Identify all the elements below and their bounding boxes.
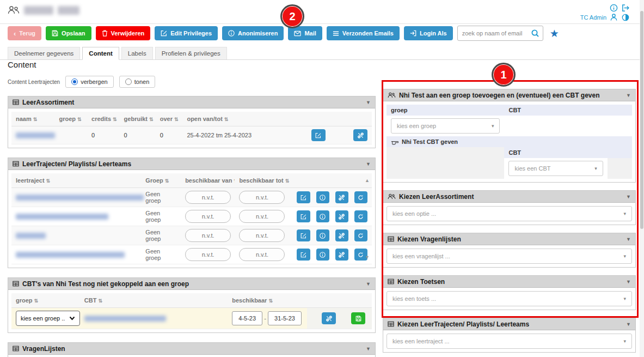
page-scrollbar[interactable] bbox=[640, 0, 644, 357]
collapse-icon[interactable]: ▼ bbox=[366, 281, 371, 287]
scrollbar-thumb[interactable] bbox=[640, 11, 643, 229]
panel-title: LeerTrajecten/ Playlists/ Leerteams bbox=[22, 160, 131, 168]
scroll-down-icon[interactable]: ▼ bbox=[365, 255, 370, 260]
refresh-icon bbox=[358, 214, 364, 220]
user-icon[interactable] bbox=[610, 13, 618, 21]
beschikbaar-tot-input[interactable] bbox=[239, 248, 285, 261]
col-groep[interactable]: Groep⇅ bbox=[141, 173, 181, 188]
unlink-button[interactable] bbox=[322, 312, 336, 324]
edit-button[interactable] bbox=[297, 229, 310, 241]
refresh-button[interactable] bbox=[354, 210, 367, 222]
groep-label: groep bbox=[387, 105, 504, 116]
col-open[interactable]: open van/tot⇅ bbox=[182, 112, 306, 126]
beschikbaar-van-date[interactable] bbox=[232, 311, 262, 325]
beschikbaar-tot-input[interactable] bbox=[239, 191, 285, 204]
save-icon bbox=[355, 316, 361, 322]
search-input[interactable] bbox=[462, 30, 531, 37]
chevron-down-icon: ▾ bbox=[623, 338, 626, 344]
collapse-icon[interactable]: ▼ bbox=[626, 237, 631, 242]
info-icon[interactable] bbox=[610, 4, 618, 12]
beschikbaar-tot-date[interactable] bbox=[268, 311, 302, 325]
collapse-icon[interactable]: ▼ bbox=[366, 100, 371, 105]
panel-vragenlijsten: VragenLijsten ▼ ▲ vragenlijst⇅ groep⇅ co… bbox=[8, 342, 376, 357]
info-circle-icon bbox=[320, 214, 326, 220]
search-icon[interactable] bbox=[531, 29, 539, 38]
delete-button[interactable]: Verwijderen bbox=[96, 26, 151, 40]
info-button[interactable] bbox=[316, 229, 329, 241]
beschikbaar-van-input[interactable] bbox=[185, 229, 231, 242]
collapse-icon[interactable]: ▼ bbox=[626, 279, 631, 285]
edit-button[interactable] bbox=[297, 210, 310, 222]
col-over[interactable]: over⇅ bbox=[156, 112, 183, 126]
info-button[interactable] bbox=[316, 249, 329, 261]
redacted-link[interactable] bbox=[16, 132, 55, 138]
collapse-icon[interactable]: ▼ bbox=[626, 322, 631, 327]
scroll-up-icon[interactable]: ▲ bbox=[365, 178, 370, 183]
save-row-button[interactable] bbox=[351, 312, 365, 324]
col-beschikbaar-van[interactable]: beschikbaar van⇅ bbox=[181, 173, 235, 188]
tab-content[interactable]: Content bbox=[82, 47, 119, 60]
leerassortiment-select[interactable]: kies een optie ... ▾ bbox=[387, 206, 632, 221]
refresh-button[interactable] bbox=[354, 191, 367, 203]
unlink-icon bbox=[339, 233, 345, 239]
col-beschikbaar-tot[interactable]: beschikbaar tot⇅ bbox=[235, 173, 292, 188]
unlink-button[interactable] bbox=[335, 210, 348, 222]
tab-labels[interactable]: Labels bbox=[121, 47, 153, 59]
collapse-icon[interactable]: ▼ bbox=[366, 161, 371, 167]
logout-icon[interactable] bbox=[621, 4, 630, 12]
list-icon bbox=[333, 31, 339, 37]
sent-emails-button[interactable]: Verzonden Emails bbox=[327, 26, 400, 40]
beschikbaar-van-input[interactable] bbox=[185, 248, 231, 261]
beschikbaar-van-input[interactable] bbox=[185, 191, 231, 204]
beschikbaar-tot-input[interactable] bbox=[239, 210, 285, 223]
table-icon bbox=[13, 346, 19, 352]
unlink-button[interactable] bbox=[353, 129, 367, 141]
toets-select[interactable]: kies een toets ... ▾ bbox=[387, 291, 632, 306]
refresh-button[interactable] bbox=[354, 229, 367, 241]
radio-tonen[interactable]: tonen bbox=[119, 76, 156, 88]
col-groep[interactable]: groep⇅ bbox=[11, 293, 80, 308]
save-button[interactable]: Opslaan bbox=[46, 26, 91, 40]
redacted-link[interactable] bbox=[16, 214, 108, 220]
redacted-link[interactable] bbox=[16, 195, 144, 201]
edit-privileges-button[interactable]: Edit Privileges bbox=[155, 26, 218, 40]
cbt-select[interactable]: kies een CBT ▾ bbox=[508, 161, 603, 176]
col-beschikbaar[interactable]: beschikbaar⇅ bbox=[228, 293, 307, 308]
favorite-star-icon[interactable]: ★ bbox=[550, 28, 559, 39]
tab-deelnemer-gegevens[interactable]: Deelnemer gegevens bbox=[8, 47, 80, 59]
edit-button[interactable] bbox=[297, 249, 310, 261]
groep-select[interactable]: kies een groep .. bbox=[16, 311, 80, 326]
groep-value: Geen groep bbox=[141, 207, 181, 226]
col-gebruikt[interactable]: gebruikt⇅ bbox=[120, 112, 156, 126]
dark-mode-toggle-icon[interactable] bbox=[621, 14, 630, 21]
sort-icon: ⇅ bbox=[113, 117, 117, 122]
col-leertraject[interactable]: leertraject⇅ bbox=[11, 173, 141, 188]
group-select[interactable]: kies een groep ▾ bbox=[391, 118, 500, 134]
collapse-icon[interactable]: ▼ bbox=[626, 194, 631, 199]
collapse-icon[interactable]: ▼ bbox=[626, 93, 631, 98]
beschikbaar-van-input[interactable] bbox=[185, 210, 231, 223]
unlink-button[interactable] bbox=[335, 249, 348, 261]
col-naam[interactable]: naam⇅ bbox=[11, 112, 54, 126]
groep-value: Geen groep bbox=[141, 226, 181, 245]
redacted-link[interactable] bbox=[16, 233, 46, 239]
collapse-icon[interactable]: ▼ bbox=[366, 346, 371, 352]
back-button[interactable]: ‹ Terug bbox=[8, 26, 41, 40]
radio-verbergen[interactable]: verbergen bbox=[65, 76, 114, 88]
col-groep[interactable]: groep⇅ bbox=[54, 112, 87, 126]
info-button[interactable] bbox=[316, 191, 329, 203]
beschikbaar-tot-input[interactable] bbox=[239, 229, 285, 242]
edit-button[interactable] bbox=[297, 191, 310, 203]
col-credits[interactable]: credits⇅ bbox=[87, 112, 120, 126]
unlink-button[interactable] bbox=[335, 229, 348, 241]
edit-button[interactable] bbox=[311, 129, 326, 141]
info-button[interactable] bbox=[316, 210, 329, 222]
unlink-button[interactable] bbox=[335, 191, 348, 203]
leertraject-select[interactable]: kies een leertraject ... ▾ bbox=[387, 334, 632, 349]
col-cbt[interactable]: CBT⇅ bbox=[80, 293, 228, 308]
vragenlijst-select[interactable]: kies een vragenlijst ... ▾ bbox=[387, 249, 632, 264]
login-as-button[interactable]: Login Als bbox=[404, 26, 453, 40]
anonymize-button[interactable]: Anonimiseren bbox=[222, 26, 284, 40]
redacted-link[interactable] bbox=[16, 252, 125, 258]
tab-profielen-privileges[interactable]: Profielen & privileges bbox=[155, 47, 227, 59]
